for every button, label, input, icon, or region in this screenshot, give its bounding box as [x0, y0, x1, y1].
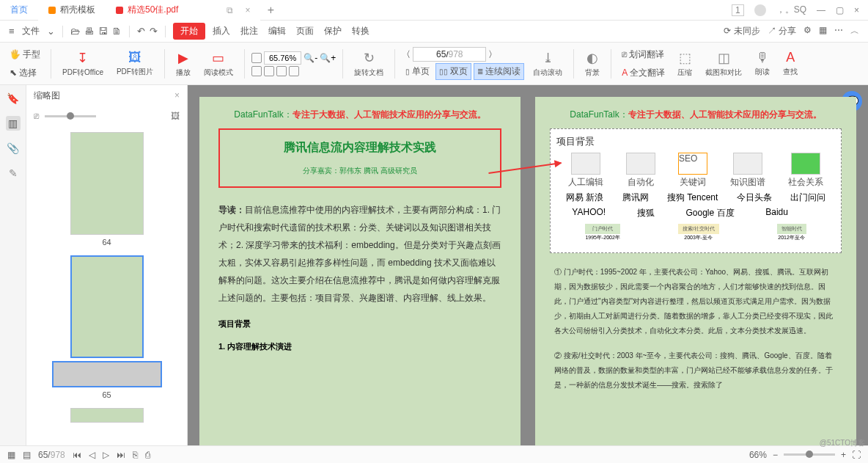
page-number-input[interactable]: 65/978 — [413, 47, 486, 62]
tool-compress[interactable]: ⬚压缩 — [673, 50, 696, 78]
menu-page[interactable]: 页面 — [293, 23, 317, 39]
tool-select[interactable]: ⬉选择 — [6, 65, 44, 81]
status-fullscreen-icon[interactable]: ⛶ — [852, 450, 861, 460]
actual-size-icon[interactable] — [251, 66, 262, 76]
thumb-options-icon[interactable]: ⎚ — [34, 111, 39, 121]
tool-play[interactable]: ▶播放 — [172, 50, 195, 78]
tab-label: 精选50佳.pdf — [128, 4, 178, 16]
thumbnail-page[interactable] — [70, 408, 144, 423]
status-grid-icon[interactable]: ▦ — [7, 450, 15, 460]
doc-paragraph: ② 搜索/社交时代：2003 年~至今，主要代表公司：搜狗、腾讯、Google、… — [547, 349, 845, 393]
tool-autoscroll[interactable]: ⤓自动滚动 — [529, 50, 567, 78]
new-tab-button[interactable]: + — [260, 4, 281, 17]
print-icon[interactable]: 🖶 — [84, 26, 94, 37]
thumbnail-page[interactable]: 64 — [70, 132, 144, 247]
view-double[interactable]: ▯▯ 双页 — [435, 63, 471, 80]
doc-title: 腾讯信息流内容理解技术实践 — [227, 140, 493, 156]
thumb-size-slider[interactable] — [45, 115, 96, 117]
tool-crop-compare[interactable]: ◫截图和对比 — [701, 50, 746, 78]
tool-full-translate[interactable]: A全文翻译 — [618, 65, 669, 81]
window-maximize-icon[interactable]: ▢ — [836, 5, 844, 15]
window-close-icon[interactable]: × — [854, 5, 859, 15]
rail-bookmark-icon[interactable]: 🔖 — [6, 91, 21, 106]
status-nav-prev-icon[interactable]: ◁ — [89, 450, 95, 460]
doc-lead-paragraph: 导读：目前信息流推荐中使用的内容理解技术，主要有两部分构成：1. 门户时代和搜索… — [211, 201, 509, 307]
thumbnail-page[interactable]: 65 — [52, 255, 162, 399]
thumb-gallery-icon[interactable]: 🖼 — [171, 111, 180, 121]
fit-page-icon[interactable] — [264, 66, 274, 76]
zoom-combo[interactable]: 65.76% — [264, 51, 301, 65]
status-nav-first-icon[interactable]: ⏮ — [73, 450, 81, 460]
redo-icon[interactable]: ↷ — [150, 26, 158, 37]
avatar-icon[interactable] — [754, 4, 766, 16]
undo-icon[interactable]: ↶ — [137, 26, 145, 37]
export-icon[interactable]: 🗎 — [112, 26, 122, 37]
fit-visible-icon[interactable] — [276, 66, 287, 76]
tool-rotate[interactable]: ↻旋转文档 — [350, 50, 388, 78]
menu-convert[interactable]: 转换 — [349, 23, 372, 39]
marquee-zoom-icon[interactable] — [289, 66, 299, 76]
tool-read-mode[interactable]: ▭阅读模式 — [199, 50, 238, 78]
nav-prev-icon[interactable]: 〈 — [402, 48, 411, 61]
view-single[interactable]: ▯ 单页 — [402, 63, 433, 80]
tool-background[interactable]: ◐背景 — [581, 50, 604, 78]
tool-read-aloud[interactable]: 🎙朗读 — [751, 50, 774, 77]
status-nav-next-icon[interactable]: ▷ — [103, 450, 109, 460]
sync-status[interactable]: ⟳ 未同步 — [724, 25, 760, 37]
window-minimize-icon[interactable]: — — [817, 5, 825, 15]
rail-signature-icon[interactable]: ✎ — [6, 166, 21, 181]
section-heading: 项目背景 — [218, 318, 501, 329]
rail-attachment-icon[interactable]: 📎 — [6, 141, 21, 156]
rail-thumbnails-icon[interactable]: ▥ — [6, 116, 21, 131]
tool-dict-translate[interactable]: ⎚划词翻译 — [618, 46, 669, 63]
tool-pdf-to-image[interactable]: 🖼PDF转图片 — [112, 50, 158, 77]
tab-home[interactable]: 首页 — [0, 0, 38, 21]
thumbnail-panel-title: 缩略图 — [34, 90, 60, 102]
doc-count-badge: 1 — [732, 4, 744, 16]
status-zoom-slider[interactable] — [784, 453, 835, 456]
title-highlight-box: 腾讯信息流内容理解技术实践 分享嘉宾：郭伟东 腾讯 高级研究员 — [218, 128, 501, 188]
menu-annotate[interactable]: 批注 — [238, 23, 261, 39]
menu-insert[interactable]: 插入 — [210, 23, 233, 39]
popup-icon[interactable]: ⧉ — [227, 5, 233, 15]
section-heading: 1. 内容理解技术演进 — [218, 341, 501, 352]
tool-hand[interactable]: 🖐手型 — [6, 46, 44, 63]
tab-template[interactable]: 稻壳模板 — [38, 0, 106, 21]
tab-active-file[interactable]: 精选50佳.pdf ⧉ × — [106, 0, 260, 21]
skin-icon[interactable]: ▦ — [819, 25, 827, 37]
zoom-out-icon[interactable]: 🔍- — [304, 53, 317, 63]
pdf-icon — [116, 7, 123, 14]
status-tool2-icon[interactable]: ⎙ — [145, 450, 150, 460]
menu-protect[interactable]: 保护 — [321, 23, 345, 39]
status-page-indicator[interactable]: 65/978 — [38, 450, 65, 460]
save-icon[interactable]: 🖫 — [98, 26, 108, 37]
user-name[interactable]: ，。SQ — [776, 4, 806, 16]
zoom-in-icon[interactable]: 🔍+ — [320, 53, 336, 63]
diagram-box: 项目背景 人工编辑 自动化 SEO关键词 知识图谱 社会关系 网易 新浪腾讯网搜… — [550, 128, 842, 253]
view-continuous[interactable]: ≣ 连续阅读 — [474, 63, 524, 80]
status-layers-icon[interactable]: ▤ — [23, 450, 31, 460]
tool-pdf-to-office[interactable]: ↧PDF转Office — [58, 50, 108, 78]
menu-file[interactable]: 文件 — [19, 23, 43, 39]
open-icon[interactable]: 🗁 — [70, 26, 80, 37]
status-zoom-out-icon[interactable]: − — [773, 450, 778, 460]
dropdown-icon[interactable]: ⌄ — [47, 26, 55, 37]
fit-width-icon[interactable] — [251, 53, 262, 63]
tool-find[interactable]: A查找 — [779, 50, 802, 77]
hamburger-icon[interactable]: ≡ — [9, 26, 15, 37]
share-button[interactable]: ↗ 分享 — [768, 25, 796, 37]
collapse-ribbon-icon[interactable]: ︿ — [850, 25, 859, 37]
status-zoom-in-icon[interactable]: + — [841, 450, 846, 460]
document-viewer[interactable]: 💬 DataFunTalk：专注于大数据、人工智能技术应用的分享与交流。 腾讯信… — [188, 85, 868, 445]
close-panel-icon[interactable]: × — [174, 90, 180, 101]
doc-subtitle: 分享嘉宾：郭伟东 腾讯 高级研究员 — [227, 166, 493, 176]
thumb-number: 65 — [102, 390, 111, 399]
menu-edit[interactable]: 编辑 — [265, 23, 289, 39]
status-nav-last-icon[interactable]: ⏭ — [117, 450, 125, 460]
status-tool1-icon[interactable]: ⎘ — [133, 450, 138, 460]
nav-next-icon[interactable]: 〉 — [488, 48, 497, 61]
close-tab-icon[interactable]: × — [245, 5, 250, 15]
settings-icon[interactable]: ⚙ — [803, 25, 812, 37]
more-icon[interactable]: ⋯ — [834, 25, 843, 37]
menu-start[interactable]: 开始 — [173, 23, 205, 40]
